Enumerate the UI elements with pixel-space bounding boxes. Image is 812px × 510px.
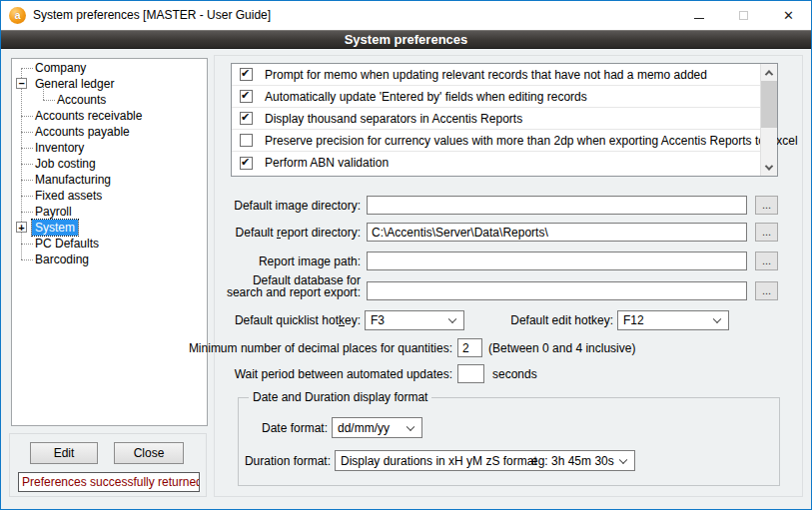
- sidebar-item-label: Fixed assets: [32, 188, 105, 204]
- report-image-path-label: Report image path:: [161, 255, 361, 268]
- sidebar-item-accounts[interactable]: Accounts: [12, 92, 207, 108]
- sidebar-item-label: Accounts: [54, 92, 109, 108]
- duration-format-select[interactable]: Display durations in xH yM zS formateg: …: [335, 450, 635, 471]
- report-directory-label: Default report directory:: [161, 226, 361, 240]
- wait-period-label: Wait period between automated updates:: [153, 367, 452, 381]
- sidebar-item-accounts-receivable[interactable]: Accounts receivable: [12, 108, 207, 124]
- sidebar-item-label: Payroll: [32, 204, 75, 220]
- default-database-label: Default database forsearch and report ex…: [161, 274, 361, 298]
- minimize-icon: [694, 18, 704, 19]
- title-bar: a System preferences [MASTER - User Guid…: [1, 1, 811, 30]
- duration-format-label: Duration format:: [171, 454, 331, 468]
- report-directory-input[interactable]: [367, 223, 747, 242]
- report-directory-browse-button[interactable]: ...: [755, 223, 778, 242]
- sidebar-item-label: Accounts payable: [32, 124, 133, 140]
- sidebar-item-inventory[interactable]: Inventory: [12, 140, 207, 156]
- edit-hotkey-select[interactable]: F12: [617, 310, 729, 330]
- sidebar-item-general-ledger[interactable]: General ledger: [12, 76, 207, 92]
- chevron-down-icon: [619, 455, 627, 463]
- scroll-down-button[interactable]: [761, 159, 777, 176]
- checkbox-label: Display thousand separators in Accentis …: [265, 112, 522, 126]
- scrollbar-thumb[interactable]: [761, 81, 777, 128]
- window-title: System preferences [MASTER - User Guide]: [33, 1, 271, 30]
- list-item[interactable]: Display thousand separators in Accentis …: [232, 108, 760, 130]
- minimize-button[interactable]: [676, 1, 721, 30]
- sidebar-item-label: Inventory: [32, 140, 87, 156]
- decimal-places-label: Minimum number of decimal places for qua…: [153, 341, 452, 355]
- chevron-down-icon: [406, 422, 414, 430]
- scrollbar[interactable]: [760, 64, 777, 176]
- duration-format-example: eg: 3h 45m 30s: [531, 454, 614, 468]
- image-directory-browse-button[interactable]: ...: [755, 196, 778, 215]
- checkbox-label: Prompt for memo when updating relevant r…: [265, 68, 707, 82]
- chevron-up-icon: [765, 70, 773, 78]
- edit-button[interactable]: Edit: [30, 442, 98, 464]
- options-rows: Prompt for memo when updating relevant r…: [232, 64, 760, 176]
- expand-icon[interactable]: [16, 222, 27, 233]
- report-image-path-input[interactable]: [367, 252, 747, 270]
- sidebar-item-label: PC Defaults: [32, 236, 102, 252]
- status-message: Preferences successfully returned: [18, 472, 200, 492]
- sidebar-item-label: General ledger: [32, 76, 117, 92]
- image-directory-label: Default image directory:: [161, 199, 361, 213]
- edit-hotkey-value: F12: [623, 313, 644, 327]
- list-item[interactable]: Prompt for memo when updating relevant r…: [232, 64, 760, 86]
- image-directory-input[interactable]: [367, 196, 747, 215]
- quicklist-hotkey-label: Default quicklist hotkey:: [161, 313, 361, 327]
- options-checkbox-list: Prompt for memo when updating relevant r…: [231, 63, 778, 177]
- close-window-button[interactable]: ✕: [766, 1, 811, 30]
- chevron-down-icon: [765, 162, 773, 170]
- chevron-down-icon: [713, 315, 721, 323]
- sidebar-item-label: Manufacturing: [32, 172, 114, 188]
- default-database-input[interactable]: [367, 281, 747, 300]
- sidebar-item-label: Job costing: [32, 156, 99, 172]
- maximize-icon: [739, 11, 748, 20]
- sidebar-item-label: Barcoding: [32, 252, 92, 267]
- wait-period-suffix: seconds: [492, 367, 612, 381]
- sidebar-item-company[interactable]: Company: [12, 60, 207, 76]
- sidebar-item-label-selected: System: [32, 220, 78, 236]
- checkbox[interactable]: [240, 157, 253, 170]
- checkbox-label: Preserve precision for currency values w…: [265, 134, 798, 148]
- quicklist-hotkey-value: F3: [371, 313, 385, 327]
- checkbox-label: Perform ABN validation: [265, 156, 389, 170]
- date-format-label: Date format:: [168, 421, 328, 435]
- duration-format-value: Display durations in xH yM zS format: [341, 454, 537, 468]
- decimal-places-input[interactable]: [457, 338, 482, 357]
- sidebar-item-accounts-payable[interactable]: Accounts payable: [12, 124, 207, 140]
- scroll-up-button[interactable]: [761, 64, 777, 81]
- decimal-places-hint: (Between 0 and 4 inclusive): [488, 341, 708, 355]
- sidebar-item-job-costing[interactable]: Job costing: [12, 156, 207, 172]
- sidebar-item-label: Company: [32, 60, 89, 76]
- checkbox[interactable]: [240, 90, 253, 103]
- app-logo-icon: a: [9, 7, 26, 24]
- sidebar-item-label: Accounts receivable: [32, 108, 145, 124]
- checkbox-label: Automatically update 'Entered by' fields…: [265, 90, 587, 104]
- list-item[interactable]: Automatically update 'Entered by' fields…: [232, 86, 760, 108]
- sidebar-item-manufacturing[interactable]: Manufacturing: [12, 172, 207, 188]
- list-item[interactable]: Preserve precision for currency values w…: [232, 130, 760, 152]
- edit-hotkey-label: Default edit hotkey:: [413, 313, 613, 327]
- checkbox[interactable]: [240, 112, 253, 125]
- checkbox[interactable]: [240, 68, 253, 81]
- checkbox[interactable]: [240, 134, 253, 147]
- page-title: System preferences: [1, 30, 811, 49]
- collapse-icon[interactable]: [16, 78, 27, 89]
- close-icon: ✕: [783, 1, 794, 30]
- report-image-path-browse-button[interactable]: ...: [755, 252, 778, 270]
- date-duration-groupbox: Date and Duration display format: [238, 397, 780, 486]
- date-format-value: dd/mm/yy: [338, 421, 390, 435]
- date-duration-legend: Date and Duration display format: [249, 390, 431, 404]
- date-format-select[interactable]: dd/mm/yy: [332, 417, 422, 438]
- wait-period-input[interactable]: [457, 364, 484, 383]
- system-preferences-window: a System preferences [MASTER - User Guid…: [0, 0, 812, 510]
- list-item[interactable]: Perform ABN validation: [232, 152, 760, 174]
- default-database-browse-button[interactable]: ...: [755, 281, 778, 300]
- maximize-button: [721, 1, 766, 30]
